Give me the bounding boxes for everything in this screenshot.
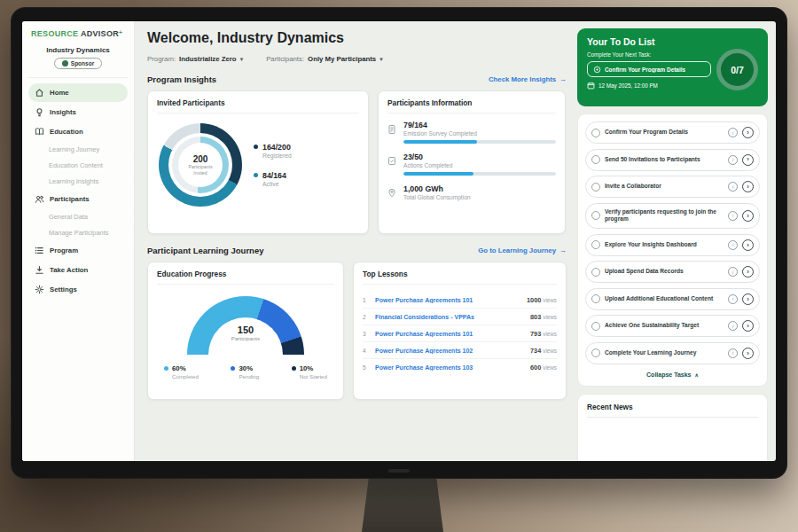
participants-filter-dropdown[interactable]: Participants: Only My Participants ▾ [266, 55, 383, 63]
recent-news-card: Recent News [577, 394, 768, 461]
todo-title: Your To Do List [587, 36, 758, 47]
task-checkbox[interactable] [591, 348, 600, 357]
info-icon[interactable]: i [728, 182, 738, 192]
task-label: Achieve One Sustainability Target [605, 322, 724, 330]
sidebar-item-settings[interactable]: Settings [28, 280, 128, 299]
legend-item-completed: 60% Completed [164, 364, 199, 379]
task-checkbox[interactable] [591, 183, 600, 192]
sponsor-badge-label: Sponsor [71, 60, 94, 66]
gauge-legend: 60% Completed 30% Pending [157, 355, 334, 379]
chevron-right-icon[interactable]: › [742, 239, 754, 251]
sponsor-badge[interactable]: Sponsor [54, 58, 102, 69]
download-icon [35, 265, 44, 275]
lesson-link[interactable]: Power Purchase Agreements 101 [375, 331, 524, 337]
lesson-link[interactable]: Power Purchase Agreements 102 [375, 348, 524, 354]
task-item-confirm-program[interactable]: Confirm Your Program Details i › [585, 121, 760, 144]
task-item-send-invitations[interactable]: Send 50 Invitations to Participants i › [585, 149, 760, 171]
recent-news-title: Recent News [587, 403, 758, 418]
sidebar-item-take-action[interactable]: Take Action [28, 261, 128, 279]
sidebar-item-label: Learning Journey [49, 145, 99, 153]
progress-fill [403, 172, 473, 176]
chevron-right-icon[interactable]: › [742, 266, 754, 278]
sidebar-item-label: Home [50, 89, 69, 97]
info-icon[interactable]: i [728, 294, 738, 304]
learning-journey-cards: Education Progress 150 Participants [147, 262, 567, 400]
checklist-icon [387, 153, 397, 176]
legend-dot [254, 173, 258, 177]
sidebar-item-home[interactable]: Home [28, 83, 128, 102]
todo-column: Your To Do List Complete Your Next Task:… [577, 21, 776, 461]
task-item-invite-collaborator[interactable]: Invite a Collaborator i › [585, 176, 760, 198]
chevron-right-icon[interactable]: › [742, 154, 754, 166]
invited-participants-title: Invited Participants [157, 98, 359, 113]
program-filter-label: Program: [147, 55, 176, 63]
sidebar-item-label: General Data [49, 213, 88, 221]
task-checkbox[interactable] [591, 155, 600, 164]
active-value: 84/164 [262, 171, 286, 180]
task-checkbox[interactable] [591, 211, 600, 220]
task-checkbox[interactable] [591, 240, 600, 249]
sidebar-item-participants[interactable]: Participants [28, 190, 128, 208]
participants-filter-label: Participants: [266, 55, 304, 63]
program-insights-title: Program Insights [147, 74, 216, 84]
sidebar-item-manage-participants[interactable]: Manage Participants [28, 225, 128, 240]
legend-item-active: 84/164 Active [254, 171, 292, 187]
actions-completed-progressbar [403, 172, 556, 176]
sidebar-item-label: Take Action [50, 266, 88, 274]
sidebar-item-insights[interactable]: Insights [28, 103, 128, 121]
info-icon[interactable]: i [728, 348, 738, 358]
next-task-label: Confirm Your Program Details [605, 66, 685, 73]
chevron-right-icon[interactable]: › [742, 181, 754, 192]
task-checkbox[interactable] [591, 129, 600, 137]
chevron-right-icon[interactable]: › [742, 293, 754, 305]
sidebar-item-learning-insights[interactable]: Learning Insights [28, 174, 128, 189]
info-icon[interactable]: i [728, 128, 738, 137]
task-checkbox[interactable] [591, 322, 600, 331]
gear-icon [35, 285, 44, 294]
program-filter-value: Industrialize Zero [179, 55, 237, 63]
chevron-right-icon[interactable]: › [742, 348, 754, 359]
sidebar-item-label: Manage Participants [49, 229, 108, 237]
lesson-link[interactable]: Power Purchase Agreements 103 [375, 364, 524, 371]
task-item-upload-spend-data[interactable]: Upload Spend Data Records i › [585, 261, 760, 283]
monitor-brand [388, 469, 410, 473]
lesson-link[interactable]: Financial Considerations - VPPAs [375, 314, 524, 320]
sidebar-item-label: Settings [50, 286, 77, 293]
pending-label: Pending [239, 373, 259, 379]
go-to-learning-journey-link[interactable]: Go to Learning Journey → [478, 246, 567, 254]
info-icon[interactable]: i [728, 155, 738, 165]
task-item-achieve-target[interactable]: Achieve One Sustainability Target i › [585, 315, 760, 337]
active-label: Active [262, 181, 286, 187]
education-progress-card: Education Progress 150 Participants [147, 262, 344, 400]
task-checkbox[interactable] [591, 268, 600, 277]
todo-summary-card: Your To Do List Complete Your Next Task:… [577, 28, 768, 106]
task-item-complete-learning-journey[interactable]: Complete Your Learning Journey i › [585, 342, 760, 364]
due-date-text: 12 May 2025, 12:00 PM [598, 82, 658, 89]
info-icon[interactable]: i [728, 240, 738, 250]
next-task-pill[interactable]: Confirm Your Program Details [587, 61, 711, 77]
sidebar-item-program[interactable]: Program [28, 241, 128, 260]
task-item-verify-participants[interactable]: Verify participants requesting to join t… [585, 203, 760, 230]
sidebar-item-education[interactable]: Education [28, 122, 128, 141]
sidebar-item-education-content[interactable]: Education Content [28, 158, 128, 173]
task-label: Explore Your Insights Dashboard [605, 241, 724, 249]
lightbulb-icon [35, 107, 44, 117]
dashboard-screen: RESOURCE ADVISOR+ Industry Dynamics Spon… [22, 21, 776, 461]
task-item-explore-insights[interactable]: Explore Your Insights Dashboard i › [585, 234, 760, 256]
lesson-rank: 3 [363, 331, 369, 337]
info-icon[interactable]: i [728, 267, 738, 277]
task-checkbox[interactable] [591, 294, 600, 303]
sidebar-item-general-data[interactable]: General Data [28, 209, 128, 224]
legend-dot [231, 366, 235, 371]
info-icon[interactable]: i [728, 321, 738, 331]
task-item-upload-educational-content[interactable]: Upload Additional Educational Content i … [585, 288, 760, 310]
sidebar-item-learning-journey[interactable]: Learning Journey [28, 142, 128, 157]
lesson-link[interactable]: Power Purchase Agreements 101 [375, 297, 520, 303]
chevron-right-icon[interactable]: › [742, 210, 754, 222]
chevron-right-icon[interactable]: › [742, 127, 754, 138]
check-more-insights-link[interactable]: Check More Insights → [489, 75, 567, 83]
program-filter-dropdown[interactable]: Program: Industrialize Zero ▾ [147, 55, 243, 63]
info-icon[interactable]: i [728, 211, 738, 221]
chevron-right-icon[interactable]: › [742, 320, 754, 332]
collapse-tasks-link[interactable]: Collapse Tasks ∧ [585, 369, 760, 379]
